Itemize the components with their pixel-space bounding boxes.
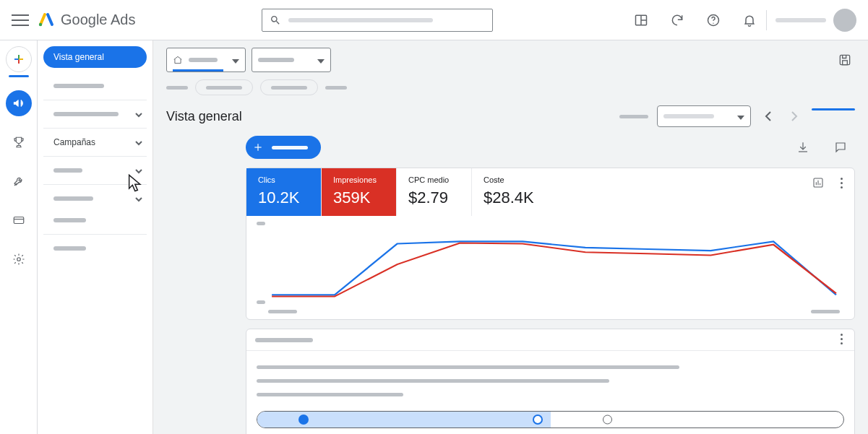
- step-dot: [603, 415, 612, 425]
- metrics-row: Clics 10.2K Impresiones 359K CPC medio $…: [246, 168, 854, 216]
- compare-toggle[interactable]: [812, 108, 855, 110]
- svg-rect-14: [840, 55, 849, 64]
- step-dot: [298, 415, 309, 425]
- svg-rect-15: [843, 61, 848, 65]
- metric-cpc[interactable]: CPC medio $2.79: [397, 168, 472, 216]
- chevron-down-icon: [135, 195, 142, 202]
- avatar[interactable]: [833, 9, 856, 32]
- menu-icon[interactable]: [12, 12, 29, 29]
- new-item-button[interactable]: [246, 136, 321, 159]
- metric-clicks[interactable]: Clics 10.2K: [246, 168, 322, 216]
- plus-icon: [253, 142, 263, 152]
- notifications-icon[interactable]: [742, 12, 757, 28]
- caret-down-icon: [317, 53, 325, 66]
- sidebar-item[interactable]: [43, 209, 147, 231]
- sidebar-item[interactable]: [43, 75, 147, 97]
- reports-icon[interactable]: [633, 12, 649, 28]
- nav-billing-icon[interactable]: [6, 207, 32, 233]
- nav-rail: [0, 40, 38, 434]
- sidebar-item[interactable]: [43, 160, 147, 181]
- filter-dropdown[interactable]: [252, 48, 331, 72]
- prev-button[interactable]: [760, 108, 777, 125]
- account-label[interactable]: [775, 18, 826, 22]
- overview-chart-card: Clics 10.2K Impresiones 359K CPC medio $…: [246, 168, 855, 320]
- nav-tools-icon[interactable]: [6, 168, 32, 194]
- more-menu-icon[interactable]: [835, 175, 847, 190]
- scope-dropdown[interactable]: [166, 48, 246, 72]
- feedback-icon[interactable]: [833, 140, 848, 155]
- refresh-icon[interactable]: [669, 12, 685, 28]
- main-content: Vista general: [153, 40, 868, 434]
- sidebar-item-campaigns[interactable]: Campañas: [43, 131, 147, 153]
- home-icon: [173, 55, 183, 65]
- sidebar: Vista general Campañas: [38, 40, 153, 434]
- help-icon[interactable]: [705, 12, 721, 28]
- metric-cost[interactable]: Coste $28.4K: [472, 168, 547, 216]
- chevron-down-icon: [135, 110, 142, 118]
- sidebar-item[interactable]: [43, 238, 147, 259]
- svg-point-5: [713, 22, 713, 23]
- date-range-dropdown[interactable]: [657, 105, 751, 127]
- more-menu-icon[interactable]: [835, 334, 847, 344]
- chevron-down-icon: [135, 139, 142, 146]
- line-chart: [246, 216, 854, 310]
- download-icon[interactable]: [796, 140, 810, 155]
- svg-rect-11: [14, 217, 24, 224]
- caret-down-icon: [232, 53, 239, 66]
- svg-point-0: [39, 22, 42, 25]
- search-input[interactable]: [262, 9, 493, 32]
- sidebar-item[interactable]: [43, 103, 147, 125]
- create-button[interactable]: [6, 46, 32, 72]
- app-header: Google Ads: [0, 0, 868, 40]
- nav-settings-icon[interactable]: [6, 246, 32, 272]
- caret-down-icon: [737, 110, 744, 123]
- recommendations-card: [246, 329, 855, 434]
- progress-stepper[interactable]: [257, 411, 844, 428]
- google-ads-logo-icon: [38, 10, 55, 30]
- filter-chip[interactable]: [260, 79, 318, 95]
- svg-point-13: [17, 258, 20, 261]
- search-icon: [270, 14, 281, 26]
- next-button[interactable]: [786, 108, 803, 125]
- step-dot: [533, 415, 543, 425]
- save-view-icon[interactable]: [835, 50, 855, 70]
- metric-impressions[interactable]: Impresiones 359K: [322, 168, 397, 216]
- chart-settings-icon[interactable]: [811, 175, 825, 190]
- product-name: Google Ads: [61, 12, 135, 28]
- nav-campaigns-icon[interactable]: [6, 90, 32, 116]
- chevron-down-icon: [135, 167, 142, 174]
- filter-chip[interactable]: [195, 79, 253, 95]
- page-title: Vista general: [166, 109, 242, 124]
- nav-goals-icon[interactable]: [6, 129, 32, 155]
- sidebar-item[interactable]: [43, 188, 147, 209]
- product-logo[interactable]: Google Ads: [38, 10, 135, 30]
- sidebar-item-overview[interactable]: Vista general: [43, 46, 147, 68]
